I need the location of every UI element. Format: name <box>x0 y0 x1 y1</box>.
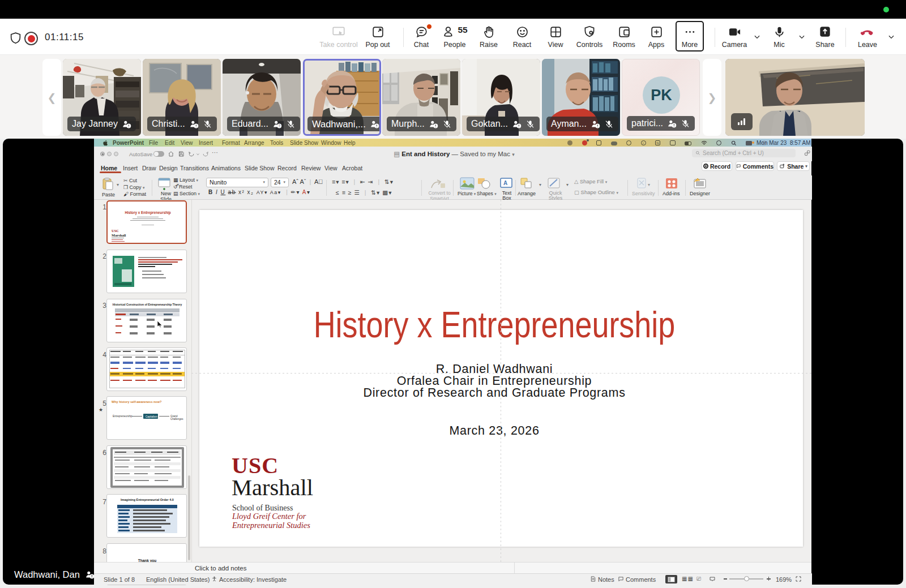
svg-text:A: A <box>503 180 507 186</box>
svg-text:?: ? <box>278 123 280 127</box>
